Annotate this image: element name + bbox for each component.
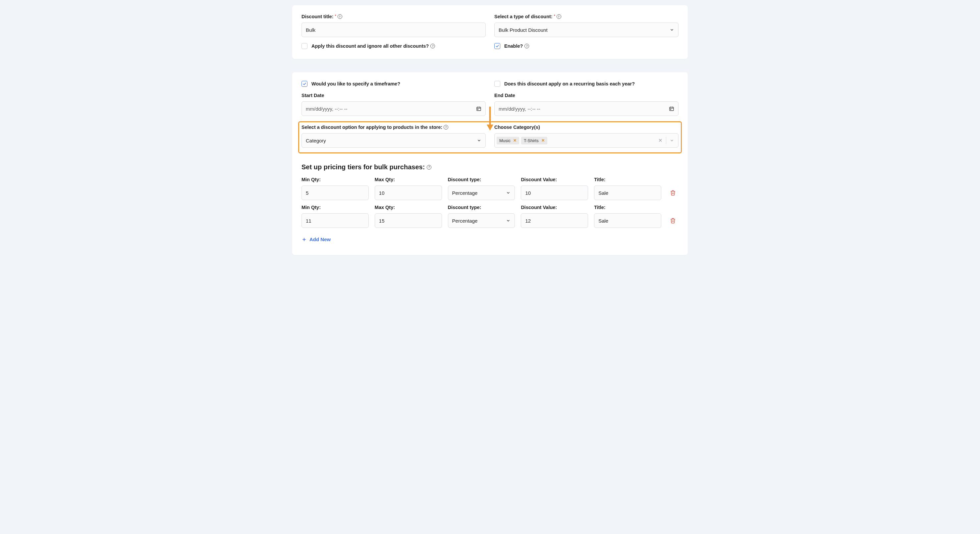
chevron-down-icon[interactable] (670, 138, 674, 143)
end-date-placeholder: mm/dd/yyyy, --:-- -- (499, 106, 540, 112)
discount-type-label: Discount type: (448, 177, 515, 182)
max-qty-input[interactable] (379, 218, 438, 224)
discount-value-input[interactable] (525, 218, 584, 224)
tier-title-label: Title: (594, 177, 661, 182)
help-icon[interactable]: ? (337, 14, 342, 19)
calendar-icon (669, 106, 674, 111)
chevron-down-icon (506, 218, 511, 223)
ignore-others-checkbox[interactable] (301, 43, 307, 49)
calendar-icon (476, 106, 481, 111)
discount-type-label: Discount type: (448, 205, 515, 210)
discount-value-input[interactable] (525, 190, 584, 196)
discount-value-label: Discount Value: (521, 205, 588, 210)
pricing-tiers-heading: Set up pricing tiers for bulk purchases:… (301, 163, 679, 171)
choose-categories-label: Choose Category(s) (494, 124, 679, 130)
end-date-label: End Date (494, 93, 679, 98)
discount-value-label: Discount Value: (521, 177, 588, 182)
chevron-down-icon (506, 191, 511, 195)
min-qty-input[interactable] (306, 190, 364, 196)
start-date-input[interactable]: mm/dd/yyyy, --:-- -- (301, 102, 486, 116)
svg-rect-11 (670, 109, 671, 110)
required-marker: * (335, 14, 336, 18)
required-marker: * (554, 14, 555, 18)
enable-label: Enable? ? (504, 43, 529, 49)
min-qty-label: Min Qty: (301, 177, 369, 182)
enable-checkbox[interactable] (494, 43, 500, 49)
category-tag: T-Shirts ✕ (521, 137, 547, 145)
start-date-label: Start Date (301, 93, 486, 98)
category-tags: Music ✕ T-Shirts ✕ (496, 137, 656, 145)
tier-title-input[interactable] (598, 190, 657, 196)
discount-type-value: Bulk Product Discount (499, 27, 548, 33)
chevron-down-icon (670, 27, 674, 32)
timeframe-checkbox[interactable] (301, 81, 307, 87)
help-icon[interactable]: ? (430, 44, 435, 48)
remove-tag-icon[interactable]: ✕ (513, 138, 517, 143)
help-icon[interactable]: ? (525, 44, 529, 48)
discount-title-label: Discount title: * ? (301, 14, 486, 19)
plus-icon (301, 237, 307, 242)
start-date-placeholder: mm/dd/yyyy, --:-- -- (306, 106, 348, 112)
min-qty-label: Min Qty: (301, 205, 369, 210)
divider (666, 137, 666, 144)
recurring-label: Does this discount apply on a recurring … (504, 81, 635, 86)
tier-discount-type-select[interactable]: Percentage (448, 213, 515, 228)
ignore-others-label: Apply this discount and ignore all other… (312, 43, 435, 49)
discount-option-label: Select a discount option for applying to… (301, 124, 486, 130)
help-icon[interactable]: ? (557, 14, 561, 19)
end-date-input[interactable]: mm/dd/yyyy, --:-- -- (494, 102, 679, 116)
min-qty-input[interactable] (306, 218, 364, 224)
remove-tag-icon[interactable]: ✕ (541, 138, 545, 143)
clear-all-icon[interactable]: ✕ (658, 137, 663, 143)
discount-option-select[interactable]: Category (301, 133, 486, 148)
tier-title-label: Title: (594, 205, 661, 210)
help-icon[interactable]: ? (427, 165, 431, 170)
tier-discount-type-select[interactable]: Percentage (448, 186, 515, 200)
discount-type-label: Select a type of discount: * ? (494, 14, 679, 19)
tier-row: Min Qty: Max Qty: Discount type: Percent… (301, 205, 679, 228)
discount-option-value: Category (306, 138, 326, 143)
tier-row: Min Qty: Max Qty: Discount type: Percent… (301, 177, 679, 200)
discount-details-card: Would you like to specify a timeframe? D… (292, 72, 688, 255)
svg-rect-7 (670, 107, 673, 111)
discount-basic-card: Discount title: * ? Select a type of dis… (292, 5, 688, 59)
delete-tier-button[interactable] (670, 190, 676, 197)
max-qty-input[interactable] (379, 190, 438, 196)
help-icon[interactable]: ? (444, 125, 448, 130)
svg-rect-2 (477, 107, 481, 111)
timeframe-label: Would you like to specify a timeframe? (312, 81, 400, 86)
max-qty-label: Max Qty: (375, 177, 442, 182)
svg-rect-6 (477, 109, 479, 110)
discount-title-input[interactable] (306, 27, 481, 33)
add-new-tier-button[interactable]: Add New (301, 237, 331, 242)
highlight-annotation-box: Select a discount option for applying to… (298, 121, 682, 153)
category-tag: Music ✕ (496, 137, 519, 145)
recurring-checkbox[interactable] (494, 81, 500, 87)
discount-title-input-wrap (301, 22, 486, 37)
tier-title-input[interactable] (598, 218, 657, 224)
max-qty-label: Max Qty: (375, 205, 442, 210)
chevron-down-icon (477, 138, 481, 143)
delete-tier-button[interactable] (670, 218, 676, 225)
category-multiselect[interactable]: Music ✕ T-Shirts ✕ ✕ (494, 133, 679, 148)
discount-type-select[interactable]: Bulk Product Discount (494, 22, 679, 37)
